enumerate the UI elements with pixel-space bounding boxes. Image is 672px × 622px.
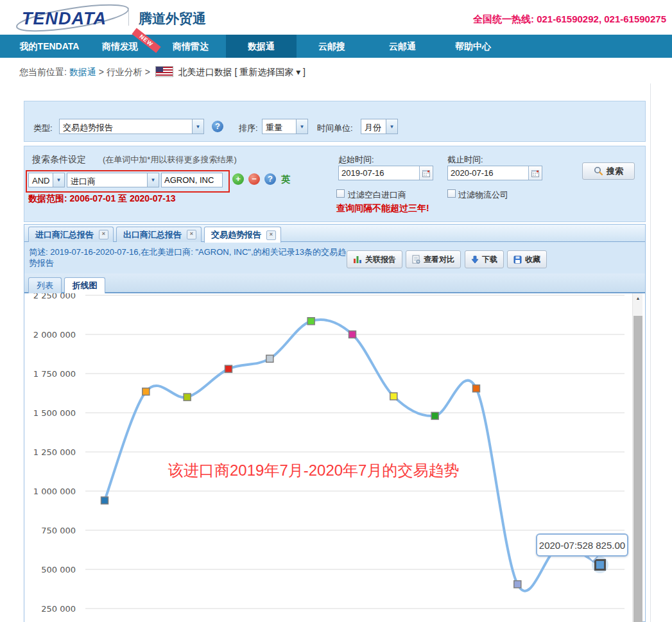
time-unit-select[interactable]: 月份 ▼ [361,119,398,134]
help-icon[interactable]: ? [212,121,223,132]
search-settings-title: 搜索条件设定 [32,154,86,166]
tab-label: 折线图 [73,280,98,291]
field-select[interactable]: 进口商 ▼ [67,173,159,187]
tab-exporter-summary[interactable]: 出口商汇总报告 × [116,227,202,242]
scrollbar-thumb[interactable] [633,316,642,622]
breadcrumb: 您当前位置: 数据通 > 行业分析 > 北美进口数据 [ 重新选择国家 ▾ ] [19,66,306,78]
operator-select-value: AND [29,173,53,187]
chart-area: 2 250 0002 000 0001 750 0001 500 0001 25… [24,293,632,622]
chevron-down-icon[interactable]: ▼ [296,119,307,134]
language-toggle[interactable]: 英 [281,174,290,186]
search-icon [594,166,603,176]
summary-label: 简述: [29,247,48,257]
svg-text:250 000: 250 000 [41,604,76,614]
tab-label: 出口商汇总报告 [123,229,182,241]
data-range: 数据范围: 2006-07-01 至 2020-07-13 [28,193,176,205]
us-flag-icon [155,66,173,77]
tab-label: 进口商汇总报告 [35,229,94,241]
svg-text:1 000 000: 1 000 000 [33,487,76,496]
nav-item-datatong[interactable]: 数据通 [226,35,297,58]
download-button[interactable]: 下载 [465,250,504,268]
breadcrumb-prefix: 您当前位置: [19,67,67,77]
svg-text:1 750 000: 1 750 000 [33,369,76,379]
sort-label: 排序: [239,123,258,134]
breadcrumb-link-datatong[interactable]: 数据通 [69,67,96,77]
start-date-label: 起始时间: [338,154,374,166]
tab-line-chart-view[interactable]: 折线图 [64,277,105,293]
related-report-label: 关联报告 [365,254,396,265]
start-date-field[interactable] [338,166,433,180]
help-icon[interactable]: ? [264,173,276,185]
svg-text:1 500 000: 1 500 000 [33,408,76,418]
operator-select[interactable]: AND ▼ [28,173,65,187]
tab-trade-trend[interactable]: 交易趋势报告 × [204,227,281,243]
download-label: 下载 [482,254,497,265]
type-label: 类型: [33,123,53,134]
nav-item-cloud-mail[interactable]: 云邮通 [367,35,438,58]
calendar-icon[interactable] [528,166,542,180]
nav-item-help-center[interactable]: 帮助中心 [438,35,508,58]
breadcrumb-current-page: 北美进口数据 [178,67,232,77]
close-icon[interactable]: × [99,230,108,239]
data-range-value: 2006-07-01 至 2020-07-13 [70,193,176,203]
download-arrow-icon [471,255,479,264]
view-compare-button[interactable]: 查看对比 [406,250,461,268]
keyword-input[interactable] [161,173,223,187]
calendar-icon[interactable] [419,166,433,180]
nav-item-my-tendata[interactable]: 我的TENDATA [14,35,85,58]
time-unit-select-value: 月份 [361,119,386,134]
filter-logistics-label: 过滤物流公司 [458,189,508,201]
tab-label: 交易趋势报告 [211,229,261,241]
related-report-button[interactable]: 关联报告 [347,250,402,268]
breadcrumb-link-industry[interactable]: 行业分析 [107,67,142,77]
svg-text:2 250 000: 2 250 000 [33,293,76,300]
breadcrumb-separator2: > [145,67,150,77]
start-date-input[interactable] [339,166,419,180]
chevron-down-icon[interactable]: ▼ [192,119,203,134]
chevron-down-icon[interactable]: ▼ [386,119,397,134]
end-date-input[interactable] [448,166,528,180]
close-icon[interactable]: × [187,230,196,239]
chart-vertical-scrollbar[interactable]: ▲ [632,293,642,622]
time-unit-label: 时间单位: [317,123,353,134]
view-tabstrip [24,273,645,293]
svg-text:1 250 000: 1 250 000 [33,447,76,457]
type-select[interactable]: 交易趋势报告 ▼ [59,119,204,134]
filter-blank-importer-label: 过滤空白进口商 [348,189,406,201]
chart-tooltip: 2020-07:528 825.00 [536,533,628,557]
chevron-down-icon[interactable]: ▼ [147,173,159,187]
chevron-down-icon[interactable]: ▼ [53,173,64,187]
logo[interactable]: TENDATA [22,9,107,29]
data-range-label: 数据范围: [28,193,67,203]
tab-importer-summary[interactable]: 进口商汇总报告 × [28,227,114,242]
add-condition-icon[interactable]: + [232,173,244,185]
end-date-label: 截止时间: [447,154,483,166]
remove-condition-icon[interactable]: − [248,173,260,185]
tab-label: 列表 [37,280,53,291]
svg-text:2 000 000: 2 000 000 [33,330,76,340]
type-select-value: 交易趋势报告 [60,119,192,134]
favorite-button[interactable]: 收藏 [507,250,547,268]
breadcrumb-separator: > [99,67,104,77]
outer-border-line [650,83,651,622]
logo-separator [128,8,129,26]
filter-blank-importer-checkbox[interactable] [336,189,345,198]
nav-item-radar[interactable]: 商情雷达 [155,35,226,58]
hotline: 全国统一热线: 021-61590292, 021-61590275 [473,13,666,26]
nav-item-cloud-mail-search[interactable]: 云邮搜 [297,35,367,58]
document-icon [412,255,420,264]
sort-select[interactable]: 重量 ▼ [262,119,308,134]
chart-annotation: 该进口商2019年7月-2020年7月的交易趋势 [168,460,459,481]
summary-description: 2019-07-16-2020-07-16,在北美进口商: "AGRON, IN… [29,247,346,268]
reselect-country-dropdown[interactable]: [ 重新选择国家 ▾ ] [235,67,306,77]
svg-text:750 000: 750 000 [41,526,76,535]
search-button[interactable]: 搜索 [582,162,635,180]
scroll-up-icon[interactable]: ▲ [633,293,643,304]
close-icon[interactable]: × [266,230,276,240]
end-date-field[interactable] [447,166,542,180]
search-settings-hint: (在单词中加*用以获得更多搜索结果) [103,154,237,166]
filter-logistics-checkbox[interactable] [447,189,456,198]
trend-chart-svg: 2 250 0002 000 0001 750 0001 500 0001 25… [24,293,632,622]
summary-text: 简述: 2019-07-16-2020-07-16,在北美进口商: "AGRON… [29,246,353,268]
tab-list-view[interactable]: 列表 [28,277,62,293]
